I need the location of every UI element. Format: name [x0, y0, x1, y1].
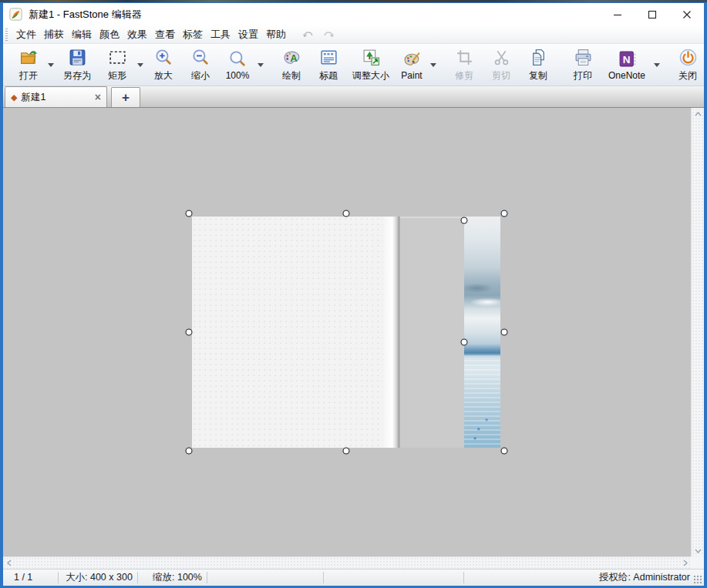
zoom-100-button[interactable]: 100% — [220, 45, 255, 84]
maximize-button[interactable] — [635, 3, 669, 25]
chevron-left-icon — [7, 559, 12, 566]
onenote-button[interactable]: N OneNote — [602, 45, 651, 84]
crop-button[interactable]: 修剪 — [446, 45, 482, 84]
statusbar-divider — [137, 572, 138, 583]
selection-handle-e[interactable] — [501, 329, 508, 336]
app-logo-icon — [9, 8, 22, 21]
scroll-down-button[interactable] — [692, 545, 704, 556]
close-button[interactable] — [669, 3, 704, 25]
draw-palette-icon: A — [281, 48, 301, 68]
menu-help[interactable]: 帮助 — [263, 25, 289, 43]
menu-colors[interactable]: 颜色 — [96, 25, 123, 43]
paint-dropdown-icon[interactable] — [430, 63, 436, 67]
chevron-right-icon — [683, 559, 688, 566]
caption-button[interactable]: 标题 — [311, 45, 346, 84]
maximize-icon — [648, 10, 657, 19]
menu-tools[interactable]: 工具 — [207, 25, 234, 43]
selection-handle-n[interactable] — [343, 210, 350, 217]
selection-handle-sw[interactable] — [186, 448, 193, 455]
menu-settings[interactable]: 设置 — [235, 25, 261, 43]
zoom-in-button[interactable]: 放大 — [146, 45, 181, 84]
statusbar-divider — [58, 572, 59, 583]
copy-button[interactable]: 复制 — [520, 45, 556, 84]
image-paper-region — [192, 217, 383, 448]
strip-handle-w[interactable] — [461, 339, 468, 346]
printer-icon — [573, 48, 593, 68]
zoom-out-button[interactable]: 缩小 — [183, 45, 218, 84]
zoom-dropdown-icon[interactable] — [258, 63, 264, 67]
zoom-in-icon — [153, 48, 173, 68]
canvas[interactable] — [3, 108, 691, 556]
status-image-size: 大小: 400 x 300 — [66, 570, 133, 586]
resize-grip[interactable] — [694, 576, 702, 584]
rect-select-icon — [107, 48, 127, 68]
save-floppy-icon — [67, 48, 87, 68]
menu-effects[interactable]: 效果 — [124, 25, 150, 43]
selection-handle-nw[interactable] — [186, 210, 193, 217]
menu-tag[interactable]: 标签 — [180, 25, 206, 43]
menu-edit[interactable]: 编辑 — [69, 25, 95, 43]
print-button[interactable]: 打印 — [565, 45, 601, 84]
open-folder-icon — [19, 48, 39, 68]
statusbar-divider — [463, 572, 464, 583]
vertical-scrollbar[interactable] — [691, 108, 704, 556]
resize-image-icon — [361, 48, 381, 68]
crop-icon — [454, 48, 474, 68]
window-title: 新建1 - FastStone 编辑器 — [29, 8, 142, 22]
paint-button[interactable]: Paint — [396, 45, 428, 84]
close-editor-button[interactable]: 关闭 — [670, 45, 705, 84]
minimize-icon — [613, 10, 622, 19]
selection-handle-se[interactable] — [501, 448, 508, 455]
close-icon — [682, 10, 692, 19]
document-image[interactable] — [192, 217, 500, 448]
onenote-dropdown-icon[interactable] — [654, 63, 660, 67]
minimize-button[interactable] — [600, 3, 635, 25]
onenote-icon: N — [617, 49, 637, 69]
zoom-100-icon — [227, 49, 247, 69]
selection-handle-ne[interactable] — [501, 210, 508, 217]
title-bar: 新建1 - FastStone 编辑器 — [3, 3, 704, 25]
image-sky-sea-strip — [464, 217, 500, 448]
scroll-right-button[interactable] — [679, 557, 691, 569]
app-window: 新建1 - FastStone 编辑器 文件 捕获 编辑 颜色 效果 查看 — [0, 0, 707, 588]
save-as-button[interactable]: 另存为 — [56, 45, 98, 84]
menu-view[interactable]: 查看 — [152, 25, 178, 43]
image-white-strip — [383, 217, 392, 448]
selection-handle-w[interactable] — [186, 329, 193, 336]
tab-new1[interactable]: ◆ 新建1 × — [5, 86, 107, 107]
resize-button[interactable]: 调整大小 — [348, 45, 394, 84]
scissors-icon — [491, 48, 511, 68]
rect-select-button[interactable]: 矩形 — [99, 45, 135, 84]
menubar-gripper[interactable] — [5, 29, 8, 41]
new-tab-button[interactable]: + — [111, 87, 140, 107]
strip-handle-nw[interactable] — [461, 217, 468, 224]
power-icon — [678, 48, 698, 68]
undo-icon[interactable] — [301, 29, 315, 39]
canvas-area — [3, 108, 704, 569]
statusbar-divider — [323, 572, 324, 583]
main-toolbar: 打开 另存为 矩形 放大 — [3, 44, 704, 86]
cut-button[interactable]: 剪切 — [483, 45, 519, 84]
status-zoom-level: 缩放: 100% — [153, 570, 202, 586]
tab-close-icon[interactable]: × — [95, 92, 101, 102]
svg-text:N: N — [622, 53, 630, 65]
zoom-out-icon — [190, 48, 210, 68]
status-bar: 1 / 1 大小: 400 x 300 缩放: 100% 授权给: Admini… — [3, 569, 704, 586]
menu-file[interactable]: 文件 — [13, 25, 39, 43]
horizontal-scrollbar[interactable] — [3, 556, 691, 569]
open-button[interactable]: 打开 — [12, 45, 45, 84]
paint-palette-icon — [402, 49, 422, 69]
menu-capture[interactable]: 捕获 — [41, 25, 67, 43]
selection-handle-s[interactable] — [343, 448, 350, 455]
scrollbar-corner — [691, 556, 704, 569]
tab-bar: ◆ 新建1 × + — [3, 86, 704, 108]
plus-icon: + — [122, 90, 130, 106]
scroll-left-button[interactable] — [3, 557, 15, 569]
open-dropdown-icon[interactable] — [48, 63, 54, 67]
rect-select-dropdown-icon[interactable] — [137, 63, 143, 67]
draw-button[interactable]: A 绘制 — [274, 45, 309, 84]
scroll-up-button[interactable] — [692, 108, 704, 119]
image-shadow-edge — [392, 217, 400, 448]
redo-icon[interactable] — [322, 29, 335, 39]
desktop-edge — [0, 0, 707, 2]
